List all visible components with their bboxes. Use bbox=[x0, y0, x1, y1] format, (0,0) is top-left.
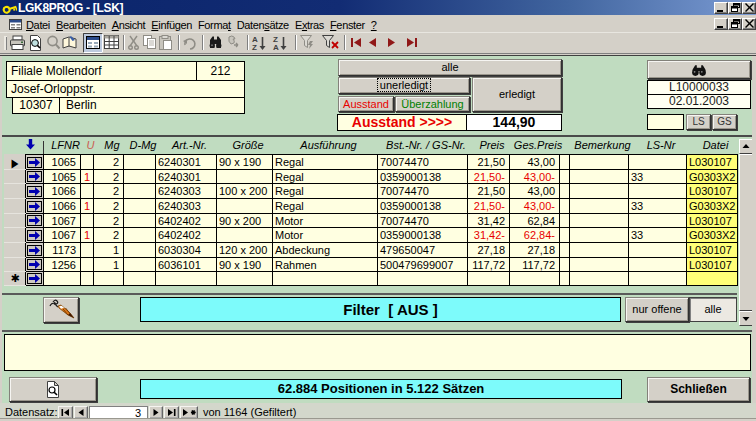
svg-text:Z: Z bbox=[252, 43, 257, 52]
svg-text:A: A bbox=[273, 43, 279, 52]
